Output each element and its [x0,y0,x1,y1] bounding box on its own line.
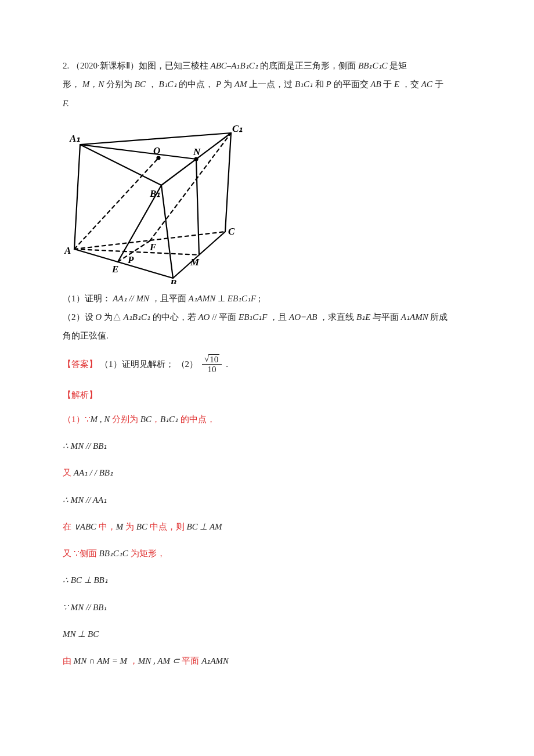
ac: AC [421,80,432,89]
solution-segment: ， [127,656,138,665]
b1c1-2: B₁C₁ [295,80,313,89]
solution-segment: B₁C₁ [160,415,181,424]
problem-line-1: 2. （2020·新课标Ⅱ）如图，已知三棱柱 ABC–A₁B₁C₁ 的底面是正三… [63,58,471,73]
q2-f: ，求直线 [319,312,356,322]
q2-a1amn: A₁AMN [401,312,428,322]
q1-a: （1）证明： [63,294,111,303]
solution-label: 【解析】 [63,387,471,402]
problem-line-3: F. [63,96,471,111]
label-A1: A₁ [69,133,80,144]
am: AM [234,80,247,89]
side-face: BB₁C₁C [358,61,387,70]
solution-line: MN ⊥ BC [63,627,471,642]
label-C1: C₁ [232,123,243,134]
q2-ao: AO [198,312,210,322]
solution-segment: 为矩形， [131,549,165,558]
solution-segment: BC [140,415,151,424]
mn: M，N [82,80,104,89]
question-2-line1: （2）设 O 为△ A₁B₁C₁ 的中心，若 AO // 平面 EB₁C₁F ，… [63,309,471,325]
solution-segment: BB₁C₁C [99,549,131,558]
txt: ， [148,80,157,89]
q2-d: // 平面 [212,312,239,322]
solution-segment: MN , AM ⊂ [138,656,182,665]
e: E [394,80,399,89]
figure-prism: A₁ C₁ O N B₁ C A E P F M B [63,116,471,284]
q2-eb1c1f: EB₁C₁F [239,312,268,322]
solution-segment: ∴ BC ⊥ BB₁ [63,575,108,585]
txt: 的平面交 [334,80,371,89]
p: P [216,80,221,89]
q2-a: （2）设 [63,312,95,322]
svg-line-9 [80,145,196,159]
question-1: （1）证明： AA₁ // MN ，且平面 A₁AMN ⊥ EB₁C₁F ; [63,291,471,306]
q2-o: O [95,312,102,322]
solution-segment: MN ⊥ BC [63,629,99,639]
solution-line: （1）∵M , N 分别为 BC，B₁C₁ 的中点， [63,412,471,427]
txt: 于 [435,80,443,89]
label-C: C [228,226,235,237]
answer-period: . [226,357,228,372]
prism-label: ABC–A₁B₁C₁ [211,61,258,70]
solution-segment: 的中点， [181,415,215,424]
solution-segment: ∴ MN // AA₁ [63,495,107,505]
q2-e: ，且 [269,312,289,322]
txt: 和 [315,80,326,89]
label-B: B [169,278,176,284]
label-N: N [193,146,201,157]
solution-line: ∴ BC ⊥ BB₁ [63,573,471,588]
solution-line: ∵ MN // BB₁ [63,600,471,615]
solution-line: 又 AA₁ / / BB₁ [63,465,471,480]
prism-svg: A₁ C₁ O N B₁ C A E P F M B [63,116,243,284]
txt: 于 [383,80,394,89]
answer-label: 【答案】 [63,357,98,372]
q1-eb1c1f: EB₁C₁F [228,294,257,303]
solution-segment: BC [136,522,150,531]
solution-segment: 中， [99,522,116,531]
label-O: O [153,145,160,156]
frac-numerator: √ 10 [202,354,222,365]
answer-block: 【答案】 （1）证明见解析； （2） √ 10 10 . [63,354,471,375]
label-E: E [111,264,118,275]
q1-aa1mn: AA₁ // MN [113,294,149,303]
label-M: M [190,257,200,268]
solution-line: 在 ∨ABC 中，M 为 BC 中点，则 BC ⊥ AM [63,519,471,534]
solution-segment: 又 [63,549,74,558]
solution-line: ∴ MN // AA₁ [63,492,471,507]
solution-body: （1）∵M , N 分别为 BC，B₁C₁ 的中点，∴ MN // BB₁又 A… [63,412,471,669]
f: F. [63,99,69,108]
p2: P [326,80,331,89]
problem-line-2: 形， M，N 分别为 BC ， B₁C₁ 的中点， P 为 AM 上一点，过 B… [63,77,471,92]
solution-segment: M [116,522,125,531]
q2-h: 所成 [430,312,448,322]
svg-line-4 [74,145,80,249]
bc: BC [135,80,146,89]
txt: 的中点， [179,80,214,89]
problem-number: 2. [63,61,69,70]
solution-segment: ∴ MN // BB₁ [63,441,107,451]
q2-b: 为△ [104,312,121,322]
q2-g: 与平面 [373,312,401,322]
solution-segment: ， [151,415,160,424]
txt: 为 [223,80,234,89]
q2-i: 角的正弦值. [63,331,109,340]
svg-line-5 [161,185,173,278]
txt: ，交 [402,80,421,89]
label-A: A [64,245,71,256]
question-2-line2: 角的正弦值. [63,328,471,343]
q1-b: ，且平面 [151,294,189,303]
frac-denominator: 10 [205,365,219,375]
problem-source: （2020·新课标Ⅱ）如图，已知三棱柱 [71,61,211,70]
solution-segment: 侧面 [80,549,99,558]
txt: 的底面是正三角形，侧面 [260,61,358,70]
answer-part2: （2） [176,357,199,372]
svg-line-6 [225,133,231,232]
q2-c: 的中心，若 [153,312,199,322]
q2-aoab: AO=AB [289,312,317,322]
svg-marker-0 [80,133,231,185]
solution-segment: BC ⊥ AM [187,522,222,531]
q2-b1e: B₁E [356,312,370,322]
txt: 上一点，过 [249,80,295,89]
solution-segment: 由 [63,656,74,665]
solution-segment: M , N [91,415,113,424]
q2-a1b1c1: A₁B₁C₁ [124,312,150,322]
